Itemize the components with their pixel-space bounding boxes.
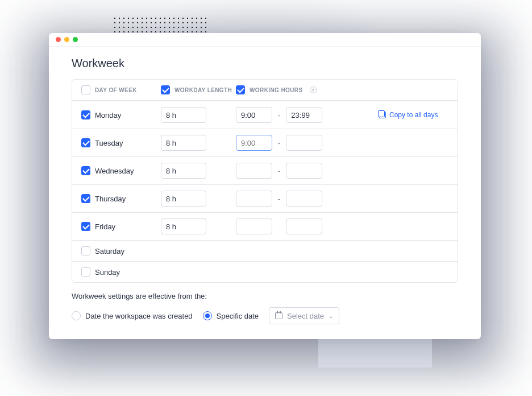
workday-length-input[interactable]: [161, 191, 206, 207]
day-row-wednesday: Wednesday -: [72, 156, 458, 184]
workday-length-input[interactable]: [161, 107, 206, 123]
day-label: Tuesday: [95, 139, 123, 147]
day-checkbox[interactable]: [81, 222, 90, 231]
day-row-tuesday: Tuesday -: [72, 129, 458, 156]
header-length: WORKDAY LENGTH: [174, 87, 232, 93]
chevron-down-icon: ⌄: [329, 313, 333, 319]
toggle-workday-length-checkbox[interactable]: [161, 85, 170, 94]
day-label: Monday: [95, 111, 121, 119]
start-time-input[interactable]: [236, 163, 272, 179]
day-label: Friday: [95, 222, 115, 231]
radio-icon: [203, 311, 212, 320]
radio-icon: [72, 311, 81, 320]
decorative-blob: [318, 339, 432, 368]
dash-icon: -: [278, 167, 280, 175]
day-label: Saturday: [95, 247, 124, 255]
maximize-icon[interactable]: [73, 37, 78, 42]
day-label: Wednesday: [95, 167, 134, 175]
start-time-input[interactable]: [236, 191, 272, 207]
dash-icon: -: [278, 195, 280, 203]
workday-length-input[interactable]: [161, 163, 206, 179]
select-date-placeholder: Select date: [287, 312, 324, 320]
radio-label: Specific date: [217, 312, 259, 320]
window-titlebar: [49, 33, 481, 47]
start-time-input[interactable]: [236, 135, 272, 151]
help-icon[interactable]: ?: [310, 86, 317, 93]
radio-label: Date the workspace was created: [85, 312, 193, 320]
header-hours: WORKING HOURS: [250, 87, 303, 93]
workday-length-input[interactable]: [161, 218, 206, 234]
day-checkbox[interactable]: [81, 246, 90, 255]
copy-label: Copy to all days: [389, 111, 438, 119]
day-row-friday: Friday -: [72, 212, 458, 240]
workday-length-input[interactable]: [161, 135, 206, 151]
minimize-icon[interactable]: [64, 37, 69, 42]
dash-icon: -: [278, 111, 280, 119]
header-day: DAY OF WEEK: [95, 87, 137, 93]
start-time-input[interactable]: [236, 107, 272, 123]
end-time-input[interactable]: [286, 218, 322, 234]
select-all-checkbox[interactable]: [81, 85, 90, 94]
end-time-input[interactable]: [286, 107, 322, 123]
day-row-sunday: Sunday: [72, 261, 458, 282]
effective-from-options: Date the workspace was created Specific …: [72, 307, 458, 324]
day-label: Sunday: [95, 268, 120, 277]
close-icon[interactable]: [56, 37, 61, 42]
day-label: Thursday: [95, 195, 126, 203]
copy-to-all-days-button[interactable]: Copy to all days: [379, 111, 448, 119]
day-checkbox[interactable]: [81, 267, 90, 277]
day-checkbox[interactable]: [81, 166, 90, 175]
effective-from-label: Workweek settings are effective from the…: [72, 292, 458, 300]
end-time-input[interactable]: [286, 163, 322, 179]
end-time-input[interactable]: [286, 135, 322, 151]
day-row-thursday: Thursday -: [72, 184, 458, 212]
effective-from-specific-option[interactable]: Specific date: [203, 311, 259, 320]
day-row-monday: Monday - Copy to all days: [72, 101, 458, 129]
end-time-input[interactable]: [286, 191, 322, 207]
day-row-saturday: Saturday: [72, 240, 458, 261]
app-window: Workweek DAY OF WEEK WORKDAY LENGTH ? WO…: [49, 33, 481, 339]
day-checkbox[interactable]: [81, 194, 90, 203]
copy-icon: [379, 112, 386, 118]
table-header: DAY OF WEEK WORKDAY LENGTH ? WORKING HOU…: [72, 80, 458, 101]
workweek-table: DAY OF WEEK WORKDAY LENGTH ? WORKING HOU…: [72, 79, 458, 283]
toggle-working-hours-checkbox[interactable]: [236, 85, 245, 94]
calendar-icon: [275, 312, 282, 319]
day-checkbox[interactable]: [81, 110, 90, 119]
day-checkbox[interactable]: [81, 138, 90, 147]
effective-from-created-option[interactable]: Date the workspace was created: [72, 311, 193, 320]
page-title: Workweek: [72, 57, 458, 70]
start-time-input[interactable]: [236, 218, 272, 234]
select-date-dropdown[interactable]: Select date ⌄: [269, 307, 339, 324]
dash-icon: -: [278, 139, 280, 147]
